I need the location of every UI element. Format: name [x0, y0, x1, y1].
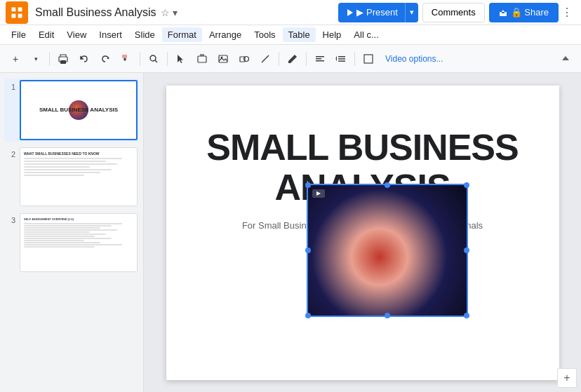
resize-handle-tm[interactable]	[385, 182, 390, 188]
slide-canvas[interactable]: SMALL BUSINESS ANALYSIS For Small Busine…	[166, 86, 559, 380]
resize-handle-tl[interactable]	[305, 182, 311, 188]
folder-icon[interactable]: ▾	[173, 7, 178, 18]
menu-bar: File Edit View Insert Slide Format Arran…	[0, 25, 581, 45]
slide-1-title: SMALL BUSINESS ANALYSIS	[39, 107, 118, 114]
svg-marker-31	[562, 56, 569, 60]
slide-preview-2: WHAT SMALL BUSINESSES NEED TO KNOW	[20, 147, 138, 206]
toolbar-sep-2	[140, 52, 140, 66]
zoom-button[interactable]	[144, 49, 163, 69]
svg-rect-28	[338, 60, 345, 62]
resize-handle-lm[interactable]	[305, 248, 311, 253]
svg-point-12	[150, 55, 156, 61]
resize-handle-tr[interactable]	[464, 182, 469, 188]
add-slide-button[interactable]: +	[557, 368, 577, 388]
slide-preview-3: SELF ASSESSMENT OVERVIEW (1-3)	[20, 213, 138, 272]
video-options-label[interactable]: Video options...	[385, 54, 443, 64]
svg-rect-11	[122, 55, 127, 58]
present-dropdown-button[interactable]: ▾	[405, 3, 418, 22]
align-left-button[interactable]	[310, 49, 330, 69]
resize-handle-bl[interactable]	[305, 313, 311, 318]
menu-format[interactable]: Format	[162, 27, 202, 42]
slide-3-content: SELF ASSESSMENT OVERVIEW (1-3)	[20, 214, 137, 271]
print-button[interactable]	[53, 49, 73, 69]
toolbar-collapse-button[interactable]	[556, 49, 575, 69]
slide-1-content: SMALL BUSINESS ANALYSIS	[21, 81, 136, 139]
redo-button[interactable]	[95, 49, 115, 69]
svg-rect-25	[316, 60, 324, 62]
svg-marker-4	[347, 9, 353, 16]
toolbar-add-group: + ▾	[6, 49, 46, 69]
svg-rect-18	[219, 55, 227, 62]
svg-rect-27	[338, 58, 345, 60]
line-spacing-button[interactable]	[331, 49, 351, 69]
toolbar-sep-4	[279, 52, 279, 66]
undo-button[interactable]	[74, 49, 94, 69]
svg-marker-9	[81, 57, 83, 59]
format-paint-button[interactable]	[116, 49, 136, 69]
svg-rect-24	[316, 58, 321, 60]
toolbar: + ▾ Video options..	[0, 45, 581, 73]
svg-rect-3	[18, 13, 22, 18]
comments-button[interactable]: Comments	[422, 3, 485, 22]
main-area: 1 SMALL BUSINESS ANALYSIS 2 WHAT SMALL B…	[0, 73, 581, 392]
slide-thumb-1[interactable]: 1 SMALL BUSINESS ANALYSIS	[4, 79, 139, 142]
slide-num-1: 1	[6, 83, 15, 91]
line-button[interactable]	[255, 49, 275, 69]
menu-edit[interactable]: Edit	[33, 27, 60, 42]
canvas-area: SMALL BUSINESS ANALYSIS For Small Busine…	[144, 73, 581, 392]
slide-panel: 1 SMALL BUSINESS ANALYSIS 2 WHAT SMALL B…	[0, 73, 144, 392]
top-bar: Small Business Analysis ☆ ▾ ▶ Present ▾ …	[0, 0, 581, 25]
app-logo	[6, 1, 28, 24]
menu-table[interactable]: Table	[283, 27, 316, 42]
toolbar-sep-6	[354, 52, 355, 66]
svg-rect-1	[18, 7, 22, 11]
toolbar-sep-5	[306, 52, 307, 66]
video-inner: ▶	[308, 185, 467, 316]
share-button[interactable]: 🔒 Share	[489, 3, 559, 22]
resize-handle-rm[interactable]	[464, 248, 469, 253]
select-button[interactable]	[171, 49, 191, 69]
svg-rect-8	[60, 60, 66, 64]
menu-file[interactable]: File	[6, 27, 32, 42]
menu-arrange[interactable]: Arrange	[203, 27, 247, 42]
menu-tools[interactable]: Tools	[248, 27, 281, 42]
resize-handle-bm[interactable]	[385, 313, 390, 318]
slide-2-content: WHAT SMALL BUSINESSES NEED TO KNOW	[20, 148, 137, 205]
toolbar-sep-3	[167, 52, 168, 66]
border-button[interactable]	[359, 49, 378, 69]
menu-insert[interactable]: Insert	[93, 27, 128, 42]
menu-allc[interactable]: All c...	[348, 27, 384, 42]
svg-rect-14	[198, 56, 206, 62]
svg-line-22	[262, 55, 269, 62]
video-play-icon: ▶	[312, 189, 325, 198]
pen-button[interactable]	[283, 49, 302, 69]
slide-num-3: 3	[6, 216, 15, 224]
slide-thumb-3[interactable]: 3 SELF ASSESSMENT OVERVIEW (1-3)	[4, 212, 139, 273]
textbox-button[interactable]	[192, 49, 212, 69]
slide-thumb-2[interactable]: 2 WHAT SMALL BUSINESSES NEED TO KNOW	[4, 146, 139, 208]
menu-view[interactable]: View	[61, 27, 92, 42]
slide-preview-1: SMALL BUSINESS ANALYSIS	[20, 80, 138, 140]
add-button[interactable]: +	[6, 49, 25, 69]
slide-3-heading: SELF ASSESSMENT OVERVIEW (1-3)	[24, 217, 133, 221]
add-chevron[interactable]: ▾	[26, 49, 46, 69]
svg-rect-23	[316, 56, 324, 58]
present-button[interactable]: ▶ Present	[338, 3, 404, 22]
more-options-button[interactable]: ⋮	[559, 6, 575, 19]
svg-rect-2	[12, 13, 16, 18]
image-button[interactable]	[213, 49, 233, 69]
svg-marker-29	[336, 55, 338, 62]
svg-line-13	[155, 60, 157, 62]
menu-help[interactable]: Help	[317, 27, 347, 42]
star-icon[interactable]: ☆	[161, 7, 170, 18]
video-element[interactable]: ▶	[307, 184, 468, 317]
shapes-button[interactable]	[234, 49, 254, 69]
slide-num-2: 2	[6, 150, 15, 158]
svg-rect-30	[364, 55, 373, 63]
svg-rect-0	[12, 7, 16, 11]
slide-2-heading: WHAT SMALL BUSINESSES NEED TO KNOW	[24, 151, 133, 156]
resize-handle-br[interactable]	[464, 313, 469, 318]
menu-slide[interactable]: Slide	[129, 27, 161, 42]
doc-title[interactable]: Small Business Analysis	[35, 6, 156, 19]
svg-rect-26	[338, 56, 345, 58]
